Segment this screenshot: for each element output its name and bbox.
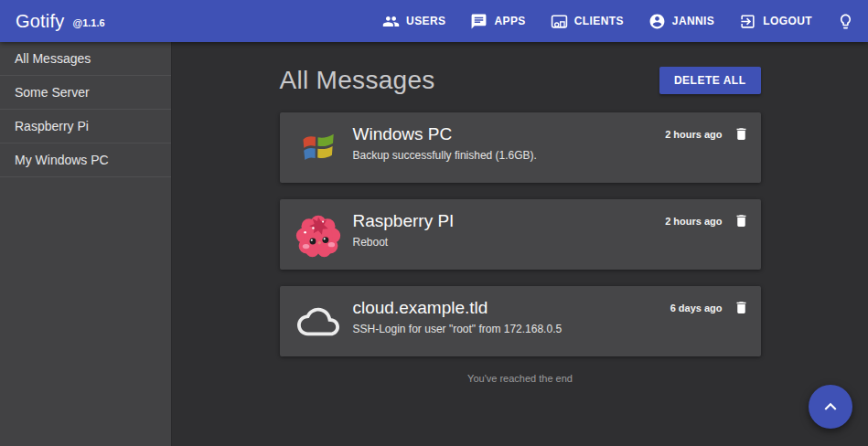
raspberry-icon [295, 210, 342, 259]
cloud-icon [295, 297, 342, 345]
trash-icon [734, 213, 749, 228]
trash-icon [734, 300, 749, 315]
app-title[interactable]: Gotify [16, 11, 64, 32]
nav-apps-button[interactable]: APPS [470, 13, 525, 30]
theme-toggle-button[interactable] [837, 13, 854, 30]
app-version: @1.1.6 [72, 17, 104, 28]
sidebar-item-raspberry-pi[interactable]: Raspberry Pi [0, 110, 171, 143]
message-timestamp: 2 hours ago [665, 216, 722, 227]
devices-icon [551, 13, 568, 30]
message-timestamp: 2 hours ago [665, 129, 722, 140]
nav-clients-label: CLIENTS [574, 15, 624, 27]
scroll-to-top-button[interactable] [809, 385, 852, 429]
message-title: cloud.example.tld [353, 298, 670, 318]
message-card-raspberry-pi: Raspberry PI Reboot 2 hours ago [280, 199, 761, 270]
message-card-windows-pc: Windows PC Backup successfully finished … [280, 112, 761, 183]
lightbulb-icon [837, 13, 854, 30]
delete-message-button[interactable] [734, 300, 749, 315]
logout-icon [739, 13, 756, 30]
nav-logout-label: LOGOUT [763, 15, 812, 27]
message-card-cloud: cloud.example.tld SSH-Login for user "ro… [280, 286, 761, 356]
nav-user-button[interactable]: JANNIS [648, 13, 714, 30]
header-nav: USERS APPS CLIENTS JANNIS LOGOUT [382, 13, 854, 30]
windows-logo-icon [295, 123, 342, 172]
message-title: Windows PC [353, 124, 666, 144]
nav-user-label: JANNIS [672, 15, 714, 27]
message-body: Backup successfully finished (1.6GB). [353, 149, 666, 162]
account-circle-icon [648, 13, 666, 30]
end-of-list-text: You've reached the end [280, 373, 761, 384]
sidebar: All Messages Some Server Raspberry Pi My… [0, 42, 172, 446]
nav-users-label: USERS [406, 15, 445, 27]
trash-icon [734, 126, 749, 142]
users-icon [382, 13, 400, 30]
main-content: All Messages DELETE ALL Windows PC Backu… [172, 42, 868, 446]
delete-message-button[interactable] [734, 213, 749, 228]
sidebar-item-all-messages[interactable]: All Messages [0, 42, 171, 76]
app-header: Gotify @1.1.6 USERS APPS CLIENTS JANNIS … [0, 0, 868, 42]
sidebar-item-my-windows-pc[interactable]: My Windows PC [0, 143, 171, 177]
message-timestamp: 6 days ago [670, 303, 723, 313]
nav-logout-button[interactable]: LOGOUT [739, 13, 812, 30]
chevron-up-icon [819, 395, 842, 419]
message-body: SSH-Login for user "root" from 172.168.0… [353, 323, 670, 335]
nav-users-button[interactable]: USERS [382, 13, 445, 30]
delete-all-button[interactable]: DELETE ALL [659, 67, 761, 94]
sidebar-item-some-server[interactable]: Some Server [0, 76, 171, 110]
nav-clients-button[interactable]: CLIENTS [551, 13, 624, 30]
delete-message-button[interactable] [734, 126, 749, 142]
message-title: Raspberry PI [353, 211, 666, 231]
message-body: Reboot [353, 236, 666, 249]
page-title: All Messages [280, 66, 435, 95]
nav-apps-label: APPS [494, 15, 525, 27]
chat-icon [470, 13, 488, 30]
